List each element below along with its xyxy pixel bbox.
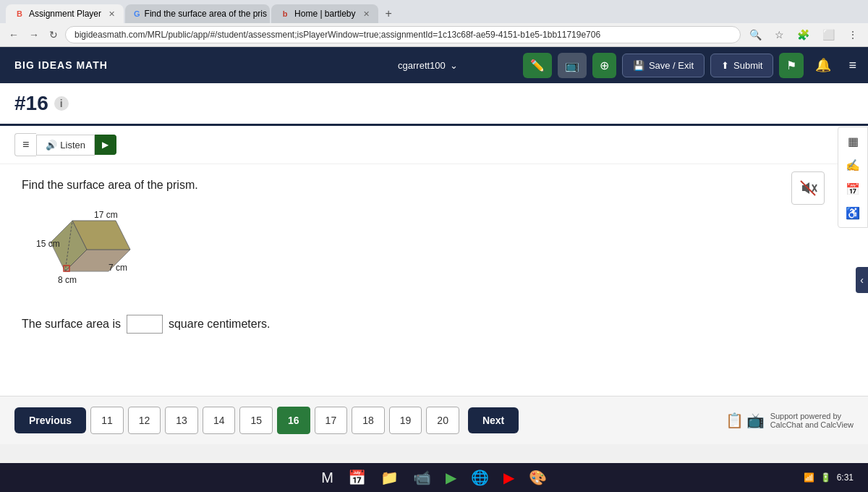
save-exit-label: Save / Exit	[649, 60, 694, 71]
battery-icon: 🔋	[820, 472, 831, 483]
muted-icon	[798, 178, 818, 198]
taskbar-photos-icon[interactable]: 🎨	[529, 469, 547, 486]
support-icons: 📋 📺	[726, 412, 765, 429]
side-draw-button[interactable]: ✍	[841, 154, 864, 177]
taskbar-gmail-icon[interactable]: M	[321, 470, 333, 486]
taskbar-calendar-icon[interactable]: 📅	[348, 469, 366, 486]
bookmark-button[interactable]: ☆	[770, 26, 788, 43]
page-btn-11[interactable]: 11	[90, 407, 124, 434]
question-number: #16 i	[14, 92, 69, 115]
pencil-icon-button[interactable]: ✏️	[523, 53, 552, 78]
save-exit-button[interactable]: 💾 Save / Exit	[622, 54, 705, 77]
tab-bartleby[interactable]: b Home | bartleby ✕	[271, 4, 378, 23]
page-btn-16[interactable]: 16	[277, 407, 310, 434]
main-content: Find the surface area of the prism. 17 c…	[0, 164, 868, 396]
username: cgarrett100	[398, 60, 446, 71]
listen-bar: ≡ 🔊 Listen ▶	[0, 126, 868, 164]
info-icon[interactable]: i	[54, 96, 69, 111]
url-bar[interactable]: bigideasmath.com/MRL/public/app/#/studen…	[65, 26, 741, 43]
taskbar-meet-icon[interactable]: 📹	[413, 469, 431, 486]
tab-assignment-player[interactable]: B Assignment Player ✕	[6, 4, 124, 23]
address-bar-row: ← → ↻ bigideasmath.com/MRL/public/app/#/…	[0, 23, 868, 46]
previous-button[interactable]: Previous	[14, 407, 86, 433]
speaker-icon: 🔊	[46, 140, 57, 150]
next-button[interactable]: Next	[468, 407, 519, 433]
label-15cm: 15 cm	[36, 239, 60, 249]
tab-bar: B Assignment Player ✕ G Find the surface…	[0, 0, 868, 23]
collapse-panel: ‹	[856, 267, 868, 293]
page-btn-12[interactable]: 12	[128, 407, 161, 434]
taskbar-play-icon[interactable]: ▶	[446, 469, 456, 486]
flag-button[interactable]: ⚑	[779, 53, 804, 78]
question-number-text: #16	[14, 92, 48, 115]
page-btn-15[interactable]: 15	[239, 407, 273, 434]
page-btn-20[interactable]: 20	[426, 407, 459, 434]
tab-favicon-3: b	[280, 9, 290, 19]
plus-circle-icon-button[interactable]: ⊕	[592, 53, 616, 78]
page-btn-18[interactable]: 18	[352, 407, 385, 434]
listen-label: Listen	[60, 140, 85, 150]
refresh-button[interactable]: ↻	[46, 26, 61, 43]
taskbar: M 📅 📁 📹 ▶ 🌐 ▶ 🎨 📶 🔋 6:31	[0, 463, 868, 492]
muted-panel[interactable]	[791, 171, 825, 205]
label-8cm: 8 cm	[58, 275, 77, 285]
profile-button[interactable]: ⬜	[818, 26, 839, 43]
answer-input[interactable]	[127, 315, 163, 334]
forward-button[interactable]: →	[26, 26, 42, 43]
taskbar-chrome-icon[interactable]: 🌐	[471, 469, 489, 486]
page-btn-13[interactable]: 13	[165, 407, 198, 434]
label-17cm: 17 cm	[94, 210, 118, 220]
search-button[interactable]: 🔍	[745, 26, 766, 43]
chevron-down-icon: ⌄	[450, 60, 458, 71]
more-button[interactable]: ⋮	[843, 26, 862, 43]
answer-row: The surface area is square centimeters.	[22, 315, 846, 334]
listen-play-button[interactable]: ▶	[95, 135, 116, 155]
answer-prefix: The surface area is	[22, 318, 121, 331]
submit-button[interactable]: ⬆ Submit	[710, 54, 773, 77]
question-text: Find the surface area of the prism.	[22, 179, 846, 192]
page-btn-14[interactable]: 14	[203, 407, 236, 434]
collapse-button[interactable]: ‹	[856, 267, 868, 293]
app-logo: BIG IDEAS MATH	[0, 59, 333, 71]
bell-button[interactable]: 🔔	[809, 54, 837, 76]
side-accessibility-button[interactable]: ♿	[841, 202, 864, 224]
page-btn-17[interactable]: 17	[315, 407, 348, 434]
prism-diagram: 17 cm 15 cm 8 cm 7 cm	[36, 206, 181, 293]
clock: 6:31	[837, 472, 854, 483]
new-tab-button[interactable]: +	[380, 4, 398, 23]
tab-find-surface[interactable]: G Find the surface area of the pris ✕	[125, 4, 270, 23]
taskbar-files-icon[interactable]: 📁	[380, 469, 399, 486]
tab-close-1[interactable]: ✕	[109, 9, 115, 19]
taskbar-time-area: 📶 🔋 6:31	[804, 472, 854, 483]
tab-close-3[interactable]: ✕	[363, 9, 370, 19]
save-icon: 💾	[633, 60, 644, 71]
tab-label-2: Find the surface area of the pris	[145, 9, 267, 19]
support-area: 📋 📺 Support powered by CalcChat and Calc…	[726, 412, 854, 429]
header-actions: ✏️ 📺 ⊕ 💾 Save / Exit ⬆ Submit ⚑ 🔔 ≡	[523, 53, 868, 78]
taskbar-youtube-icon[interactable]: ▶	[503, 469, 514, 486]
tab-favicon-1: B	[14, 9, 25, 19]
submit-label: Submit	[733, 60, 762, 71]
listen-menu-button[interactable]: ≡	[14, 133, 36, 156]
side-calculator-button[interactable]: ▦	[841, 130, 864, 153]
hamburger-menu-button[interactable]: ≡	[843, 55, 862, 76]
tab-label-3: Home | bartleby	[294, 9, 356, 19]
wifi-icon: 📶	[804, 472, 814, 483]
tab-favicon-2: G	[134, 9, 140, 19]
user-menu[interactable]: cgarrett100 ⌄	[333, 60, 523, 71]
nav-bar: Previous 11 12 13 14 15 16 17 18 19 20 N…	[0, 396, 868, 444]
calcview-icon[interactable]: 📺	[746, 412, 765, 429]
back-button[interactable]: ←	[6, 26, 22, 43]
side-tools-panel: ▦ ✍ 📅 ♿	[838, 127, 868, 228]
question-header: #16 i	[0, 83, 868, 126]
app-header: BIG IDEAS MATH cgarrett100 ⌄ ✏️ 📺 ⊕ 💾 Sa…	[0, 47, 868, 83]
extension-button[interactable]: 🧩	[793, 26, 814, 43]
answer-suffix: square centimeters.	[169, 318, 271, 331]
calcchat-icon[interactable]: 📋	[726, 412, 744, 429]
page-btn-19[interactable]: 19	[389, 407, 422, 434]
listen-button[interactable]: 🔊 Listen	[36, 135, 95, 156]
tab-label-1: Assignment Player	[29, 9, 101, 19]
monitor-icon-button[interactable]: 📺	[558, 53, 587, 78]
support-text: Support powered by CalcChat and CalcView	[770, 412, 854, 429]
side-calendar-button[interactable]: 📅	[841, 178, 864, 200]
